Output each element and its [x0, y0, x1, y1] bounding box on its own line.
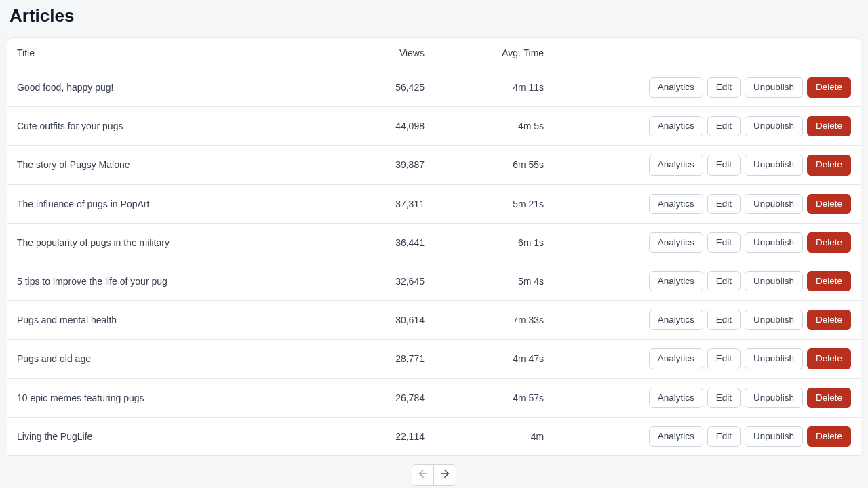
cell-views: 36,441 [332, 223, 434, 262]
cell-actions: AnalyticsEditUnpublishDelete [553, 301, 861, 340]
table-row: Good food, happy pug!56,4254m 11sAnalyti… [7, 68, 861, 107]
edit-button[interactable]: Edit [707, 388, 741, 408]
table-row: Pugs and mental health30,6147m 33sAnalyt… [7, 301, 861, 340]
delete-button[interactable]: Delete [807, 155, 851, 175]
cell-title: Pugs and old age [7, 340, 332, 378]
cell-actions: AnalyticsEditUnpublishDelete [553, 262, 861, 300]
edit-button[interactable]: Edit [707, 426, 741, 447]
cell-title: The influence of pugs in PopArt [7, 184, 332, 223]
analytics-button[interactable]: Analytics [649, 310, 703, 330]
cell-views: 44,098 [332, 107, 434, 146]
delete-button[interactable]: Delete [807, 116, 851, 136]
unpublish-button[interactable]: Unpublish [745, 116, 803, 136]
page-title: Articles [7, 5, 861, 26]
cell-avg-time: 7m 33s [434, 301, 553, 340]
analytics-button[interactable]: Analytics [649, 426, 703, 447]
cell-title: Cute outfits for your pugs [7, 107, 332, 146]
cell-avg-time: 4m 11s [434, 68, 553, 107]
cell-actions: AnalyticsEditUnpublishDelete [553, 146, 861, 184]
articles-card: Title Views Avg. Time Good food, happy p… [7, 37, 861, 488]
delete-button[interactable]: Delete [807, 232, 851, 253]
cell-avg-time: 4m 5s [434, 107, 553, 146]
cell-avg-time: 4m 47s [434, 340, 553, 378]
analytics-button[interactable]: Analytics [649, 155, 703, 175]
edit-button[interactable]: Edit [707, 310, 741, 330]
edit-button[interactable]: Edit [707, 155, 741, 175]
cell-title: 5 tips to improve the life of your pug [7, 262, 332, 300]
unpublish-button[interactable]: Unpublish [745, 426, 803, 447]
delete-button[interactable]: Delete [807, 194, 851, 214]
cell-views: 37,311 [332, 184, 434, 223]
cell-actions: AnalyticsEditUnpublishDelete [553, 68, 861, 107]
arrow-left-icon [417, 468, 429, 482]
table-row: The influence of pugs in PopArt37,3115m … [7, 184, 861, 223]
cell-actions: AnalyticsEditUnpublishDelete [553, 340, 861, 378]
cell-title: The story of Pugsy Malone [7, 146, 332, 184]
analytics-button[interactable]: Analytics [649, 388, 703, 408]
cell-title: Pugs and mental health [7, 301, 332, 340]
edit-button[interactable]: Edit [707, 77, 741, 98]
unpublish-button[interactable]: Unpublish [745, 388, 803, 408]
delete-button[interactable]: Delete [807, 348, 851, 369]
edit-button[interactable]: Edit [707, 348, 741, 369]
unpublish-button[interactable]: Unpublish [745, 232, 803, 253]
unpublish-button[interactable]: Unpublish [745, 271, 803, 291]
header-actions [553, 38, 861, 68]
prev-page-button[interactable] [412, 465, 434, 485]
cell-avg-time: 4m 57s [434, 378, 553, 417]
cell-views: 56,425 [332, 68, 434, 107]
analytics-button[interactable]: Analytics [649, 271, 703, 291]
cell-actions: AnalyticsEditUnpublishDelete [553, 417, 861, 455]
cell-views: 22,114 [332, 417, 434, 455]
cell-avg-time: 6m 55s [434, 146, 553, 184]
analytics-button[interactable]: Analytics [649, 194, 703, 214]
edit-button[interactable]: Edit [707, 232, 741, 253]
table-row: Living the PugLife22,1144mAnalyticsEditU… [7, 417, 861, 455]
cell-actions: AnalyticsEditUnpublishDelete [553, 223, 861, 262]
edit-button[interactable]: Edit [707, 271, 741, 291]
pager [412, 464, 456, 486]
delete-button[interactable]: Delete [807, 271, 851, 291]
table-row: Pugs and old age28,7714m 47sAnalyticsEdi… [7, 340, 861, 378]
cell-actions: AnalyticsEditUnpublishDelete [553, 378, 861, 417]
delete-button[interactable]: Delete [807, 388, 851, 408]
cell-avg-time: 5m 4s [434, 262, 553, 300]
table-row: Cute outfits for your pugs44,0984m 5sAna… [7, 107, 861, 146]
cell-title: Good food, happy pug! [7, 68, 332, 107]
unpublish-button[interactable]: Unpublish [745, 194, 803, 214]
pagination-bar [7, 455, 861, 488]
unpublish-button[interactable]: Unpublish [745, 155, 803, 175]
edit-button[interactable]: Edit [707, 194, 741, 214]
edit-button[interactable]: Edit [707, 116, 741, 136]
unpublish-button[interactable]: Unpublish [745, 348, 803, 369]
cell-title: The popularity of pugs in the military [7, 223, 332, 262]
delete-button[interactable]: Delete [807, 426, 851, 447]
delete-button[interactable]: Delete [807, 77, 851, 98]
cell-views: 30,614 [332, 301, 434, 340]
cell-views: 39,887 [332, 146, 434, 184]
cell-actions: AnalyticsEditUnpublishDelete [553, 107, 861, 146]
table-row: The story of Pugsy Malone39,8876m 55sAna… [7, 146, 861, 184]
analytics-button[interactable]: Analytics [649, 77, 703, 98]
table-row: The popularity of pugs in the military36… [7, 223, 861, 262]
table-row: 5 tips to improve the life of your pug32… [7, 262, 861, 300]
header-avg-time: Avg. Time [434, 38, 553, 68]
cell-views: 32,645 [332, 262, 434, 300]
cell-views: 26,784 [332, 378, 434, 417]
analytics-button[interactable]: Analytics [649, 348, 703, 369]
table-header-row: Title Views Avg. Time [7, 38, 861, 68]
arrow-right-icon [439, 468, 451, 482]
table-row: 10 epic memes featuring pugs26,7844m 57s… [7, 378, 861, 417]
cell-title: Living the PugLife [7, 417, 332, 455]
unpublish-button[interactable]: Unpublish [745, 77, 803, 98]
cell-views: 28,771 [332, 340, 434, 378]
analytics-button[interactable]: Analytics [649, 232, 703, 253]
next-page-button[interactable] [434, 465, 456, 485]
unpublish-button[interactable]: Unpublish [745, 310, 803, 330]
cell-title: 10 epic memes featuring pugs [7, 378, 332, 417]
cell-avg-time: 5m 21s [434, 184, 553, 223]
header-views: Views [332, 38, 434, 68]
cell-avg-time: 4m [434, 417, 553, 455]
delete-button[interactable]: Delete [807, 310, 851, 330]
analytics-button[interactable]: Analytics [649, 116, 703, 136]
